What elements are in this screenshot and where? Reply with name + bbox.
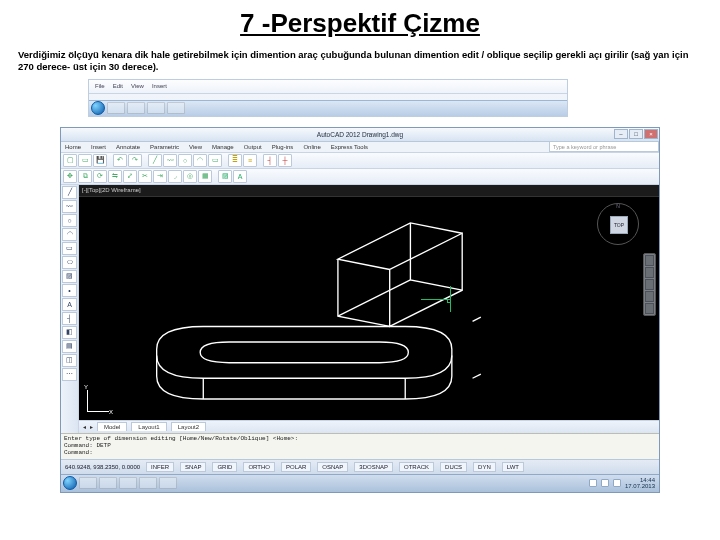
layout-tab-prev-icon[interactable]: ◂ <box>83 423 86 430</box>
tray-network-icon[interactable] <box>601 479 609 487</box>
command-prompt: Command: <box>64 449 656 456</box>
pal-arc-icon[interactable]: ◠ <box>62 228 77 241</box>
move-icon[interactable]: ✥ <box>63 170 77 183</box>
status-infer[interactable]: INFER <box>146 462 174 472</box>
tray-clock[interactable]: 14:44 17.07.2013 <box>625 477 655 489</box>
extend-icon[interactable]: ⇥ <box>153 170 167 183</box>
pal-more-icon[interactable]: ⋯ <box>62 368 77 381</box>
start-orb-icon[interactable] <box>63 476 77 490</box>
taskbar-button[interactable] <box>167 102 185 114</box>
page-title: 7 -Perspektif Çizme <box>18 8 702 39</box>
window-titlebar: AutoCAD 2012 Drawing1.dwg – □ × <box>61 128 659 142</box>
save-icon[interactable]: 💾 <box>93 154 107 167</box>
command-line[interactable]: Enter type of dimension editing [Home/Ne… <box>61 433 659 459</box>
model-canvas[interactable]: N TOP <box>79 197 659 420</box>
trim-icon[interactable]: ✂ <box>138 170 152 183</box>
top-strip-menu-item[interactable]: File <box>95 83 105 89</box>
status-3dosnap[interactable]: 3DOSNAP <box>354 462 393 472</box>
fillet-icon[interactable]: ◞ <box>168 170 182 183</box>
pal-ellipse-icon[interactable]: ⬭ <box>62 256 77 269</box>
pal-region-icon[interactable]: ◫ <box>62 354 77 367</box>
polyline-icon[interactable]: 〰 <box>163 154 177 167</box>
status-lwt[interactable]: LWT <box>502 462 524 472</box>
offset-icon[interactable]: ◎ <box>183 170 197 183</box>
copy-icon[interactable]: ⧉ <box>78 170 92 183</box>
ribbon-tab[interactable]: Home <box>65 144 81 150</box>
layout-tab-model[interactable]: Model <box>97 422 127 431</box>
taskbar-button[interactable] <box>159 477 177 489</box>
layout-tab-1[interactable]: Layout1 <box>131 422 166 431</box>
status-ortho[interactable]: ORTHO <box>243 462 275 472</box>
top-strip-menu-item[interactable]: Insert <box>152 83 167 89</box>
pal-poly-icon[interactable]: 〰 <box>62 200 77 213</box>
arc-icon[interactable]: ◠ <box>193 154 207 167</box>
tray-flag-icon[interactable] <box>613 479 621 487</box>
dim-edit-icon[interactable]: ┼ <box>278 154 292 167</box>
ribbon-tab[interactable]: View <box>189 144 202 150</box>
pal-table-icon[interactable]: ▤ <box>62 340 77 353</box>
rect-icon[interactable]: ▭ <box>208 154 222 167</box>
pal-block-icon[interactable]: ◧ <box>62 326 77 339</box>
hatch-icon[interactable]: ▨ <box>218 170 232 183</box>
tray-volume-icon[interactable] <box>589 479 597 487</box>
start-orb-icon[interactable] <box>91 101 105 115</box>
redo-icon[interactable]: ↷ <box>128 154 142 167</box>
minimize-button[interactable]: – <box>614 129 628 139</box>
layout-tabs: ◂ ▸ Model Layout1 Layout2 <box>79 420 659 433</box>
ribbon-tab[interactable]: Manage <box>212 144 234 150</box>
maximize-button[interactable]: □ <box>629 129 643 139</box>
ribbon-tab[interactable]: Plug-ins <box>272 144 294 150</box>
top-strip: File Edit View Insert <box>88 79 568 117</box>
array-icon[interactable]: ▦ <box>198 170 212 183</box>
ribbon-tab[interactable]: Insert <box>91 144 106 150</box>
pal-circle-icon[interactable]: ○ <box>62 214 77 227</box>
layout-tab-next-icon[interactable]: ▸ <box>90 423 93 430</box>
ucs-x-label: X <box>109 409 113 415</box>
text-icon[interactable]: A <box>233 170 247 183</box>
line-icon[interactable]: ╱ <box>148 154 162 167</box>
mirror-icon[interactable]: ⇋ <box>108 170 122 183</box>
pal-line-icon[interactable]: ╱ <box>62 186 77 199</box>
search-input[interactable]: Type a keyword or phrase <box>549 141 659 152</box>
pal-point-icon[interactable]: • <box>62 284 77 297</box>
status-dyn[interactable]: DYN <box>473 462 496 472</box>
status-polar[interactable]: POLAR <box>281 462 311 472</box>
layer-props-icon[interactable]: ≡ <box>243 154 257 167</box>
ribbon-tab[interactable]: Parametric <box>150 144 179 150</box>
pal-dim-icon[interactable]: ┤ <box>62 312 77 325</box>
pal-text-icon[interactable]: A <box>62 298 77 311</box>
open-icon[interactable]: ▭ <box>78 154 92 167</box>
layer-icon[interactable]: ≣ <box>228 154 242 167</box>
dim-icon[interactable]: ┤ <box>263 154 277 167</box>
layout-tab-2[interactable]: Layout2 <box>171 422 206 431</box>
status-otrack[interactable]: OTRACK <box>399 462 434 472</box>
pal-hatch-icon[interactable]: ▨ <box>62 270 77 283</box>
top-strip-taskbar <box>89 100 567 116</box>
taskbar-button[interactable] <box>119 477 137 489</box>
top-strip-menu-item[interactable]: Edit <box>113 83 123 89</box>
taskbar-button[interactable] <box>139 477 157 489</box>
taskbar-button[interactable] <box>79 477 97 489</box>
scale-icon[interactable]: ⤢ <box>123 170 137 183</box>
new-icon[interactable]: ▢ <box>63 154 77 167</box>
taskbar-button[interactable] <box>99 477 117 489</box>
ribbon-tab[interactable]: Annotate <box>116 144 140 150</box>
circle-icon[interactable]: ○ <box>178 154 192 167</box>
undo-icon[interactable]: ↶ <box>113 154 127 167</box>
close-button[interactable]: × <box>644 129 658 139</box>
top-strip-menu-item[interactable]: View <box>131 83 144 89</box>
status-snap[interactable]: SNAP <box>180 462 206 472</box>
ribbon-tab[interactable]: Output <box>244 144 262 150</box>
taskbar-button[interactable] <box>107 102 125 114</box>
svg-line-4 <box>473 374 481 378</box>
status-grid[interactable]: GRID <box>212 462 237 472</box>
taskbar-button[interactable] <box>127 102 145 114</box>
ribbon-tab[interactable]: Online <box>303 144 320 150</box>
command-history-line: Command: DETP <box>64 442 656 449</box>
status-osnap[interactable]: OSNAP <box>317 462 348 472</box>
rotate-icon[interactable]: ⟳ <box>93 170 107 183</box>
ribbon-tab[interactable]: Express Tools <box>331 144 368 150</box>
status-ducs[interactable]: DUCS <box>440 462 467 472</box>
pal-rect-icon[interactable]: ▭ <box>62 242 77 255</box>
taskbar-button[interactable] <box>147 102 165 114</box>
